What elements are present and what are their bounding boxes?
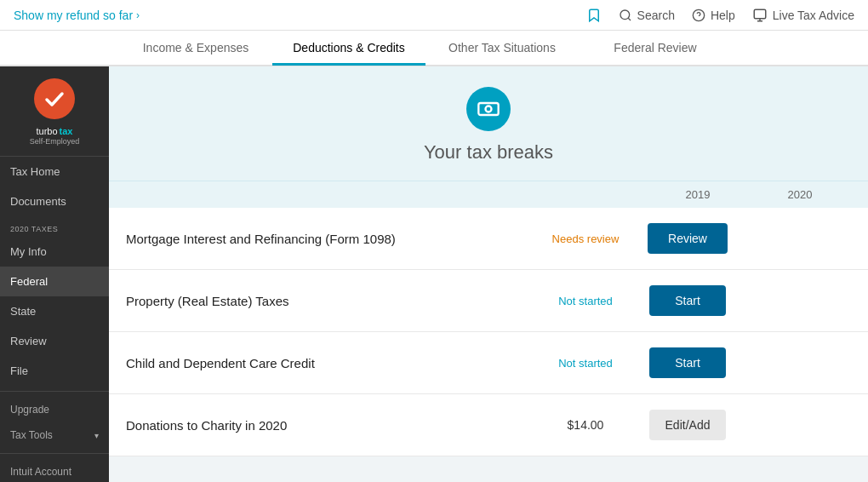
sidebar-item-tax-tools[interactable]: Tax Tools ▾ — [0, 422, 109, 448]
donations-name: Donations to Charity in 2020 — [126, 418, 534, 433]
chevron-right-icon: › — [136, 9, 140, 21]
tax-item-mortgage: Mortgage Interest and Refinancing (Form … — [109, 208, 868, 270]
nav-tabs: Income & Expenses Deductions & Credits O… — [0, 31, 868, 66]
checkmark-icon — [43, 87, 66, 111]
sidebar-item-documents[interactable]: Documents — [0, 186, 109, 216]
main-layout: turbo tax Self-Employed Tax Home Documen… — [0, 66, 868, 482]
tax-icon-circle — [466, 87, 511, 131]
svg-line-1 — [628, 18, 631, 20]
search-label: Search — [637, 9, 675, 22]
money-icon — [477, 97, 500, 121]
tax-breaks-header: Your tax breaks — [109, 66, 868, 181]
live-advice-label: Live Tax Advice — [773, 9, 854, 22]
tax-tools-label: Tax Tools — [10, 429, 53, 441]
svg-point-6 — [486, 106, 492, 112]
logo-tax: tax — [60, 126, 73, 136]
refund-label: Show my refund so far — [14, 9, 133, 22]
logo-brand: turbo tax — [37, 126, 73, 136]
tab-income[interactable]: Income & Expenses — [119, 32, 272, 66]
property-status: Not started — [534, 295, 637, 307]
sidebar-item-upgrade[interactable]: Upgrade — [0, 397, 109, 422]
sidebar-item-federal[interactable]: Federal — [0, 267, 109, 296]
start-button-property[interactable]: Start — [649, 285, 726, 316]
edit-add-button-donations[interactable]: Edit/Add — [649, 410, 726, 440]
start-button-child-care[interactable]: Start — [649, 347, 726, 378]
mortgage-status: Needs review — [534, 232, 637, 245]
svg-point-0 — [620, 10, 630, 20]
review-button-mortgage[interactable]: Review — [648, 223, 728, 254]
tax-item-child-care: Child and Dependent Care Credit Not star… — [109, 332, 868, 394]
svg-rect-4 — [754, 9, 766, 19]
search-icon — [619, 9, 632, 22]
mortgage-action: Review — [637, 223, 739, 254]
sidebar: turbo tax Self-Employed Tax Home Documen… — [0, 66, 109, 482]
main-content: Your tax breaks 2019 2020 Mortgage Inter… — [109, 66, 868, 482]
sidebar-divider-2 — [0, 453, 109, 454]
help-action[interactable]: Help — [692, 9, 735, 22]
help-icon — [692, 9, 705, 22]
bookmark-icon — [586, 8, 602, 23]
tab-federal-review[interactable]: Federal Review — [579, 32, 732, 66]
property-name: Property (Real Estate) Taxes — [126, 294, 534, 308]
live-advice-icon — [752, 8, 768, 23]
logo-checkmark — [34, 78, 75, 119]
tax-breaks-title: Your tax breaks — [126, 141, 851, 164]
sidebar-item-file[interactable]: File — [0, 356, 109, 386]
sidebar-item-review[interactable]: Review — [0, 326, 109, 356]
svg-rect-5 — [478, 103, 498, 115]
year-cols: 2019 2020 — [647, 188, 851, 201]
property-action: Start — [637, 285, 739, 316]
intuit-account-item[interactable]: Intuit Account — [0, 459, 109, 482]
help-label: Help — [711, 9, 735, 22]
year-2019: 2019 — [647, 188, 749, 201]
live-advice-action[interactable]: Live Tax Advice — [752, 8, 854, 23]
sidebar-logo: turbo tax Self-Employed — [0, 66, 109, 157]
child-care-action: Start — [637, 347, 739, 378]
tab-deductions[interactable]: Deductions & Credits — [272, 32, 425, 66]
donations-action: Edit/Add — [637, 410, 739, 440]
sidebar-divider — [0, 391, 109, 392]
top-bar-left: Show my refund so far › — [14, 9, 140, 22]
logo-turbo: turbo — [37, 126, 58, 136]
logo-subtitle: Self-Employed — [30, 137, 80, 146]
chevron-down-icon: ▾ — [94, 431, 99, 440]
top-bar: Show my refund so far › Search Help — [0, 0, 868, 31]
intuit-account-label: Intuit Account — [10, 466, 71, 478]
sidebar-bottom: Upgrade Tax Tools ▾ Intuit Account — [0, 397, 109, 482]
mortgage-name: Mortgage Interest and Refinancing (Form … — [126, 232, 534, 246]
search-action[interactable]: Search — [619, 9, 675, 22]
sidebar-item-tax-home[interactable]: Tax Home — [0, 157, 109, 186]
child-care-status: Not started — [534, 357, 637, 370]
sidebar-item-my-info[interactable]: My Info — [0, 237, 109, 267]
upgrade-label: Upgrade — [10, 404, 49, 416]
donations-status: $14.00 — [534, 418, 637, 432]
tab-other[interactable]: Other Tax Situations — [425, 32, 579, 66]
logo-text: turbo tax Self-Employed — [30, 126, 80, 146]
tax-item-property: Property (Real Estate) Taxes Not started… — [109, 270, 868, 332]
top-bar-right: Search Help Live Tax Advice — [586, 8, 854, 23]
year-2020: 2020 — [749, 188, 851, 201]
tax-item-donations: Donations to Charity in 2020 $14.00 Edit… — [109, 394, 868, 456]
year-header-row: 2019 2020 — [109, 181, 868, 208]
sidebar-section-label: 2020 TAXES — [0, 216, 109, 237]
refund-link[interactable]: Show my refund so far › — [14, 9, 140, 22]
sidebar-item-state[interactable]: State — [0, 296, 109, 326]
child-care-name: Child and Dependent Care Credit — [126, 356, 534, 370]
bookmark-action[interactable] — [586, 8, 602, 23]
